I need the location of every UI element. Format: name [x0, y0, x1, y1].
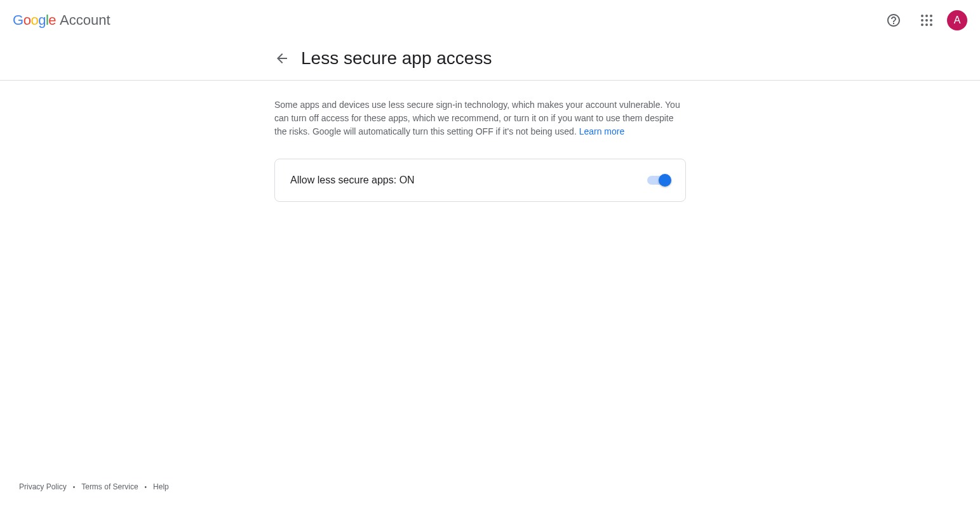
toggle-thumb [659, 174, 671, 187]
header-right: A [881, 8, 967, 33]
description-text: Some apps and devices use less secure si… [274, 98, 686, 138]
allow-less-secure-toggle[interactable] [647, 176, 670, 185]
account-text: Account [60, 12, 111, 29]
title-bar: Less secure app access [0, 41, 980, 81]
footer-separator: • [73, 484, 76, 491]
header: Google Account A [0, 0, 980, 41]
footer-separator: • [145, 484, 147, 491]
avatar[interactable]: A [947, 10, 967, 30]
google-account-logo[interactable]: Google Account [13, 12, 111, 29]
content: Some apps and devices use less secure si… [0, 81, 686, 202]
apps-icon[interactable] [914, 8, 939, 33]
setting-label: Allow less secure apps: ON [290, 175, 415, 186]
privacy-link[interactable]: Privacy Policy [19, 482, 67, 491]
google-logo: Google [13, 12, 56, 29]
terms-link[interactable]: Terms of Service [81, 482, 138, 491]
footer: Privacy Policy • Terms of Service • Help [19, 482, 169, 491]
back-arrow-icon[interactable] [274, 51, 290, 66]
setting-card: Allow less secure apps: ON [274, 159, 686, 202]
page-title: Less secure app access [301, 48, 492, 69]
help-link[interactable]: Help [153, 482, 169, 491]
learn-more-link[interactable]: Learn more [579, 126, 625, 136]
help-icon[interactable] [881, 8, 906, 33]
